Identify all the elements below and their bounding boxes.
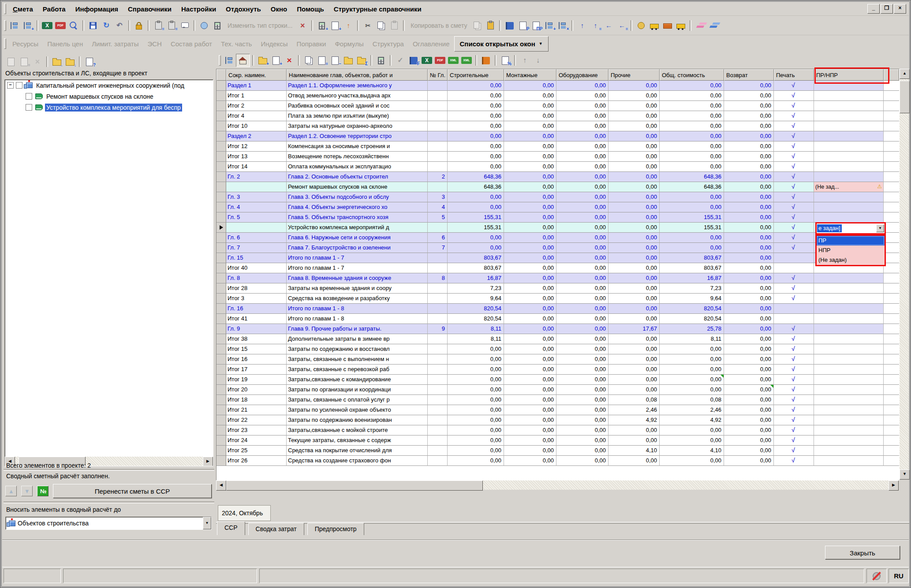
cell-name[interactable]: Затраты, связанные с перевозкой раб (287, 365, 428, 375)
cell-return[interactable]: 0,00 (724, 365, 774, 375)
menu-item[interactable]: Смета (8, 4, 38, 15)
cell-print[interactable]: √ (774, 365, 814, 375)
minimize-button[interactable]: _ (867, 4, 880, 14)
cell-abbr[interactable]: Гл. 8 (226, 273, 287, 283)
cell-abbr[interactable]: Гл. 5 (226, 212, 287, 223)
pdf-export-icon[interactable]: PDF (54, 19, 67, 32)
cell-total[interactable]: 0,00 (660, 233, 724, 243)
cell-total[interactable]: 0,00 (660, 192, 724, 202)
cell-name[interactable]: Глава 9. Прочие работы и затраты. (287, 324, 428, 334)
cell-equipment[interactable]: 0,00 (556, 101, 609, 111)
row-marker-cell[interactable] (217, 233, 226, 243)
cell-chapter[interactable] (428, 354, 448, 365)
cell-return[interactable]: 0,00 (724, 192, 774, 202)
menu-item[interactable]: Помощь (292, 4, 329, 15)
cell-prnpr[interactable] (814, 314, 884, 324)
cell-other[interactable]: 0,00 (609, 233, 660, 243)
cell-building[interactable]: 8,11 (448, 324, 504, 334)
home-icon[interactable] (236, 54, 250, 67)
cell-prnpr[interactable] (814, 304, 884, 314)
paste-estimate-icon[interactable] (484, 19, 497, 32)
cell-name[interactable]: Итого по главам 1 - 8 (287, 314, 428, 324)
cell-chapter[interactable] (428, 91, 448, 101)
cell-name[interactable]: Средства на покрытие отчислений для (287, 446, 428, 456)
cell-mounting[interactable]: 0,00 (504, 425, 556, 435)
cell-other[interactable]: 0,00 (609, 435, 660, 446)
cell-print[interactable]: √ (774, 172, 814, 182)
cell-chapter[interactable] (428, 223, 448, 233)
cell-equipment[interactable]: 0,00 (556, 283, 609, 294)
cell-prnpr[interactable] (814, 446, 884, 456)
cell-other[interactable]: 0,00 (609, 162, 660, 172)
cell-other[interactable]: 0,00 (609, 152, 660, 162)
cell-other[interactable]: 0,00 (609, 253, 660, 263)
cell-building[interactable]: 0,00 (448, 344, 504, 354)
cell-total[interactable]: 803,67 (660, 253, 724, 263)
scroll-right-button[interactable]: ▶ (203, 457, 213, 466)
structure-view-icon[interactable] (223, 54, 236, 67)
mode-tab[interactable]: Оглавление (408, 40, 454, 48)
cell-total[interactable]: 0,00 (660, 131, 724, 141)
cell-building[interactable]: 7,23 (448, 283, 504, 294)
cell-chapter[interactable] (428, 131, 448, 141)
cell-chapter[interactable] (428, 446, 448, 456)
cell-prnpr[interactable] (814, 415, 884, 425)
row-marker-cell[interactable] (217, 172, 226, 182)
mode-tab[interactable]: Состав работ (166, 40, 217, 48)
unlock-icon[interactable] (132, 19, 146, 32)
cell-chapter[interactable] (428, 283, 448, 294)
cell-other[interactable]: 2,46 (609, 405, 660, 415)
cell-building[interactable]: 155,31 (448, 212, 504, 223)
cell-other[interactable]: 0,00 (609, 111, 660, 121)
row-marker-cell[interactable] (217, 111, 226, 121)
cell-abbr[interactable]: Раздел 1 (226, 81, 287, 91)
cell-abbr[interactable]: Итог 4 (226, 111, 287, 121)
cell-other[interactable]: 0,00 (609, 375, 660, 385)
row-marker-cell[interactable] (217, 101, 226, 111)
cell-name[interactable]: Итого по главам 1 - 7 (287, 253, 428, 263)
cell-building[interactable]: 0,00 (448, 243, 504, 253)
cell-return[interactable]: 0,00 (724, 223, 774, 233)
cell-prnpr[interactable] (814, 91, 884, 101)
cell-chapter[interactable] (428, 334, 448, 344)
cell-mounting[interactable]: 0,00 (504, 354, 556, 365)
doc-export-icon[interactable]: + (329, 19, 342, 32)
cell-mounting[interactable]: 0,00 (504, 456, 556, 466)
cell-building[interactable]: 648,36 (448, 172, 504, 182)
dropdown-item[interactable]: (Не задан) (817, 255, 885, 265)
row-marker-cell[interactable] (217, 81, 226, 91)
cell-mounting[interactable]: 0,00 (504, 435, 556, 446)
layers-blue-icon[interactable] (707, 19, 720, 32)
cell-name[interactable]: Глава 6. Наружные сети и сооружения (287, 233, 428, 243)
cell-return[interactable]: 0,00 (724, 243, 774, 253)
cell-print[interactable]: √ (774, 344, 814, 354)
cell-total[interactable]: 0,00 (660, 121, 724, 131)
row-marker-cell[interactable] (217, 456, 226, 466)
bottom-tab[interactable]: Сводка затрат (248, 523, 304, 535)
cell-print[interactable]: √ (774, 162, 814, 172)
cell-chapter[interactable] (428, 314, 448, 324)
cell-total[interactable]: 0,00 (660, 456, 724, 466)
scroll-up-button[interactable]: ▲ (900, 69, 910, 79)
cell-chapter[interactable] (428, 344, 448, 354)
column-header[interactable]: Монтажные (504, 69, 556, 81)
mode-tab[interactable]: Поправки (292, 40, 331, 48)
close-button[interactable]: Закрыть (825, 546, 900, 559)
cell-print[interactable]: √ (774, 212, 814, 223)
cell-chapter[interactable] (428, 253, 448, 263)
cell-building[interactable]: 0,00 (448, 405, 504, 415)
cell-mounting[interactable]: 0,00 (504, 81, 556, 91)
structure-copy-icon[interactable]: + (315, 19, 329, 32)
orange-book-icon[interactable] (479, 54, 493, 67)
cell-chapter[interactable] (428, 162, 448, 172)
xml-alt-icon[interactable]: XML (460, 54, 473, 67)
cell-mounting[interactable]: 0,00 (504, 141, 556, 152)
cell-chapter[interactable] (428, 375, 448, 385)
menu-item[interactable]: Работа (38, 4, 71, 15)
cell-return[interactable]: 0,00 (724, 334, 774, 344)
cell-other[interactable]: 0,00 (609, 101, 660, 111)
comment-icon[interactable] (178, 19, 191, 32)
row-marker-cell[interactable] (217, 334, 226, 344)
cell-other[interactable]: 17,67 (609, 324, 660, 334)
cell-total[interactable]: 0,00 (660, 101, 724, 111)
